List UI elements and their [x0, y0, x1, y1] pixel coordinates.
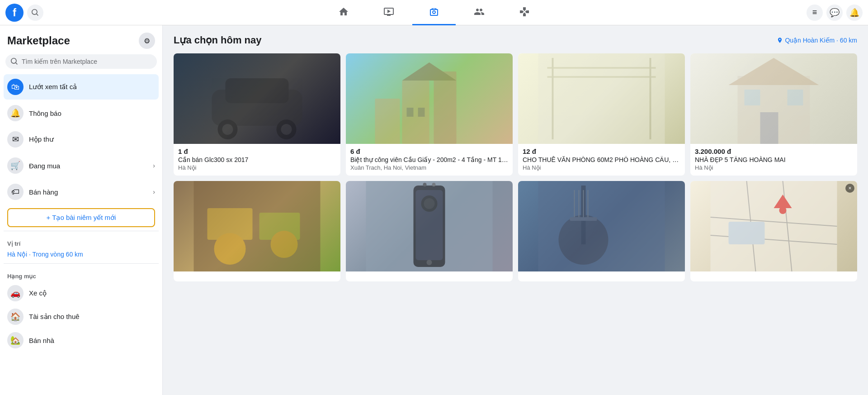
svg-rect-1: [226, 78, 289, 103]
svg-rect-13: [547, 67, 656, 69]
selling-label: Bán hàng: [29, 188, 147, 196]
svg-point-30: [427, 260, 432, 265]
sidebar: Marketplace ⚙ Tìm kiếm trên Marketplace …: [0, 25, 163, 395]
listing-card-4[interactable]: 3.200.000 đ NHÀ ĐẸP 5 TẦNG HOÀNG MAI Hà …: [690, 53, 857, 176]
category-vehicles[interactable]: 🚗 Xe cộ: [4, 281, 159, 305]
listing-name-1: Cần bán Glc300 sx 2017: [178, 156, 336, 163]
search-button[interactable]: [27, 5, 43, 21]
vehicles-icon: 🚗: [7, 285, 24, 301]
nav-tab-home[interactable]: [322, 0, 365, 25]
inbox-label: Hộp thư: [29, 135, 155, 143]
listing-name-4: NHÀ ĐẸP 5 TẦNG HOÀNG MAI: [695, 156, 853, 163]
sidebar-item-inbox[interactable]: ✉ Hộp thư: [4, 127, 159, 152]
main-content: Lựa chọn hôm nay Quận Hoàn Kiếm · 60 km: [163, 25, 868, 395]
sidebar-item-browse-all[interactable]: 🛍 Lướt xem tất cả: [4, 74, 159, 100]
browse-all-label: Lướt xem tất cả: [29, 83, 155, 91]
sidebar-header: Marketplace ⚙: [4, 31, 159, 54]
svg-point-5: [281, 124, 292, 135]
nav-messenger-button[interactable]: 💬: [826, 5, 843, 21]
listing-image-1: [174, 53, 340, 144]
listing-name-3: CHO THUÊ VĂN PHÒNG 60M2 PHỐ HOÀNG CẦU, Q…: [523, 156, 680, 163]
section-title: Lựa chọn hôm nay: [174, 34, 261, 46]
listing-location-4: Hà Nội: [695, 164, 853, 171]
listing-info-5: [174, 271, 340, 281]
listing-image-6: [346, 181, 513, 271]
svg-rect-11: [418, 108, 425, 117]
svg-point-32: [432, 183, 436, 186]
nav-actions: ≡ 💬 🔔: [705, 5, 868, 21]
listing-info-4: 3.200.000 đ NHÀ ĐẸP 5 TẦNG HOÀNG MAI Hà …: [690, 144, 857, 176]
listing-info-6: [346, 271, 513, 281]
settings-gear-button[interactable]: ⚙: [139, 33, 155, 49]
listing-location-3: Hà Nội: [523, 164, 680, 171]
vehicles-label: Xe cộ: [29, 289, 47, 297]
buying-chevron-icon: ›: [153, 162, 155, 169]
svg-rect-16: [650, 58, 651, 139]
svg-point-3: [222, 124, 233, 135]
listing-info-3: 12 đ CHO THUÊ VĂN PHÒNG 60M2 PHỐ HOÀNG C…: [518, 144, 685, 176]
location-pin-icon: [777, 37, 783, 43]
listing-name-2: Biệt thự công viên Cầu Giấy - 200m2 - 4 …: [350, 156, 508, 163]
category-section-label: Hạng mục: [4, 267, 159, 281]
svg-point-31: [423, 183, 427, 186]
svg-rect-15: [552, 58, 554, 139]
location-badge[interactable]: Quận Hoàn Kiếm · 60 km: [777, 37, 857, 44]
divider-1: [4, 231, 159, 231]
search-placeholder: Tìm kiếm trên Marketplace: [22, 58, 97, 65]
top-navigation: f ≡ 💬 🔔: [0, 0, 868, 25]
buying-icon: 🛒: [7, 157, 24, 174]
listing-image-4: [690, 53, 857, 144]
location-badge-text: Quận Hoàn Kiếm · 60 km: [785, 37, 857, 44]
section-header: Lựa chọn hôm nay Quận Hoàn Kiếm · 60 km: [174, 34, 857, 46]
close-badge-8[interactable]: ×: [845, 184, 854, 193]
nav-tab-marketplace[interactable]: [412, 0, 456, 25]
svg-marker-18: [729, 58, 819, 85]
sidebar-item-buying[interactable]: 🛒 Đang mua ›: [4, 153, 159, 178]
sidebar-item-notifications[interactable]: 🔔 Thông báo: [4, 100, 159, 126]
notifications-icon: 🔔: [7, 105, 24, 121]
nav-menu-button[interactable]: ≡: [807, 5, 823, 21]
listing-card-1[interactable]: 1 đ Cần bán Glc300 sx 2017 Hà Nội: [174, 53, 340, 176]
nav-tab-gaming[interactable]: [503, 0, 546, 25]
marketplace-search-bar[interactable]: Tìm kiếm trên Marketplace: [5, 54, 157, 69]
browse-all-icon: 🛍: [7, 79, 24, 95]
listing-image-2: [346, 53, 513, 144]
selling-icon: 🏷: [7, 184, 24, 200]
svg-rect-10: [407, 108, 414, 117]
nav-notifications-button[interactable]: 🔔: [846, 5, 863, 21]
notifications-label: Thông báo: [29, 109, 155, 117]
listing-card-3[interactable]: 12 đ CHO THUÊ VĂN PHÒNG 60M2 PHỐ HOÀNG C…: [518, 53, 685, 176]
sidebar-item-selling[interactable]: 🏷 Bán hàng ›: [4, 179, 159, 205]
homes-label: Bán nhà: [29, 337, 54, 344]
nav-tabs: [163, 0, 705, 25]
listing-card-7[interactable]: [518, 181, 685, 281]
listing-info-2: 6 đ Biệt thự công viên Cầu Giấy - 200m2 …: [346, 144, 513, 176]
create-listing-button[interactable]: + Tạo bài niêm yết mới: [7, 208, 155, 227]
svg-rect-20: [745, 90, 760, 105]
nav-tab-people[interactable]: [458, 0, 501, 25]
svg-rect-6: [402, 81, 429, 144]
listing-price-4: 3.200.000 đ: [695, 148, 853, 155]
listing-card-8[interactable]: ×: [690, 181, 857, 281]
listing-card-6[interactable]: [346, 181, 513, 281]
homes-icon: 🏡: [7, 332, 24, 348]
location-value[interactable]: Hà Nội · Trong vòng 60 km: [4, 249, 159, 260]
listing-info-1: 1 đ Cần bán Glc300 sx 2017 Hà Nội: [174, 144, 340, 176]
nav-tab-video[interactable]: [367, 0, 410, 25]
category-homes[interactable]: 🏡 Bán nhà: [4, 328, 159, 352]
facebook-logo[interactable]: f: [5, 4, 24, 22]
svg-rect-21: [788, 90, 803, 105]
listing-card-5[interactable]: [174, 181, 340, 281]
listing-card-2[interactable]: 6 đ Biệt thự công viên Cầu Giấy - 200m2 …: [346, 53, 513, 176]
listing-location-2: Xuân Trach, Ha Noi, Vietnam: [350, 164, 508, 171]
sidebar-title: Marketplace: [7, 34, 70, 47]
listings-grid: 1 đ Cần bán Glc300 sx 2017 Hà Nội: [174, 53, 857, 281]
listing-image-7: [518, 181, 685, 271]
svg-point-34: [424, 198, 435, 209]
buying-label: Đang mua: [29, 162, 147, 170]
location-section-label: Vị trí: [4, 235, 159, 249]
category-rentals[interactable]: 🏠 Tài sản cho thuê: [4, 305, 159, 328]
divider-2: [4, 263, 159, 264]
listing-price-3: 12 đ: [523, 148, 680, 155]
svg-point-50: [779, 207, 787, 214]
